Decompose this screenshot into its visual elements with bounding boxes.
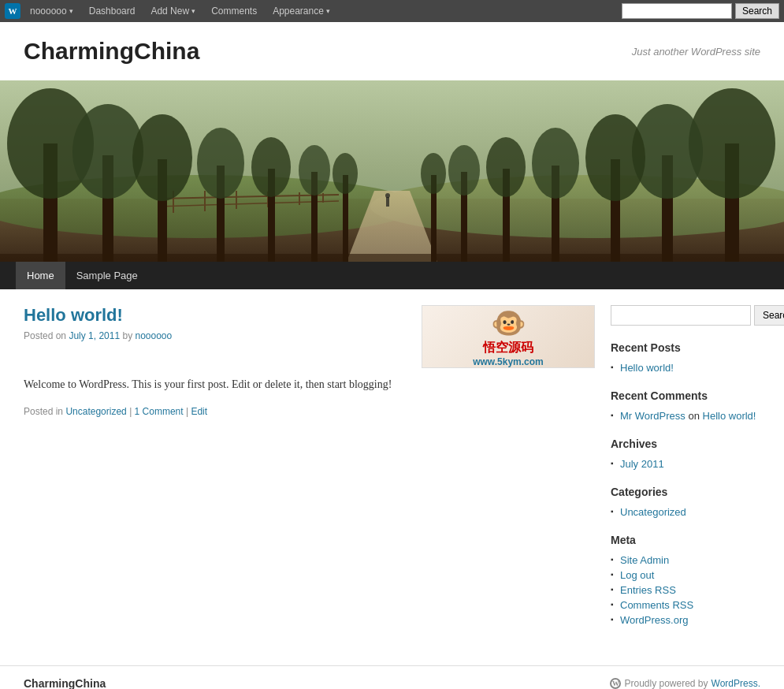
posts-area: Hello world! Posted on July 1, 2011 by n… (24, 305, 611, 642)
recent-comments-list: Mr WordPress on Hello world! (611, 408, 768, 423)
recent-post-link-0[interactable]: Hello world! (620, 362, 674, 374)
meta-link-4[interactable]: WordPress.org (620, 614, 688, 626)
sidebar: Search Recent Posts Hello world! Recent … (611, 305, 768, 642)
sidebar-recent-comments: Recent Comments Mr WordPress on Hello wo… (611, 389, 768, 423)
appearance-arrow: ▾ (326, 7, 330, 15)
category-link-0[interactable]: Uncategorized (620, 506, 686, 518)
post-text-area: Hello world! Posted on July 1, 2011 by n… (24, 305, 406, 368)
post-date-link[interactable]: July 1, 2011 (69, 330, 120, 341)
post-article: Hello world! Posted on July 1, 2011 by n… (24, 305, 595, 417)
post-header-area: Hello world! Posted on July 1, 2011 by n… (24, 305, 595, 368)
post-title: Hello world! (24, 305, 406, 326)
post-comments-link[interactable]: 1 Comment (135, 406, 184, 417)
sidebar-categories: Categories Uncategorized (611, 486, 768, 520)
list-item: Entries RSS (611, 583, 768, 598)
svg-point-42 (385, 193, 390, 198)
meta-link-3[interactable]: Comments RSS (620, 599, 693, 611)
meta-link-2[interactable]: Entries RSS (620, 584, 676, 596)
nav-sample-page[interactable]: Sample Page (65, 262, 149, 289)
nav-home[interactable]: Home (16, 262, 65, 289)
footer-wordpress-link[interactable]: WordPress. (712, 678, 760, 689)
post-edit-link[interactable]: Edit (191, 406, 207, 417)
admin-bar-add-new[interactable]: Add New ▾ (144, 2, 202, 20)
main-content: Hello world! Posted on July 1, 2011 by n… (0, 289, 784, 665)
svg-point-22 (251, 137, 291, 197)
categories-list: Uncategorized (611, 505, 768, 520)
admin-bar-appearance[interactable]: Appearance ▾ (266, 2, 336, 20)
wp-footer-icon: W (610, 678, 621, 689)
watermark-url: www.5kym.com (473, 356, 544, 367)
archive-link-0[interactable]: July 2011 (620, 458, 664, 470)
site-menu-arrow: ▾ (69, 7, 73, 15)
list-item: Comments RSS (611, 598, 768, 613)
list-item: Hello world! (611, 360, 768, 375)
archives-list: July 2011 (611, 456, 768, 471)
admin-search-input[interactable] (622, 3, 732, 19)
site-footer: CharmingChina W Proudly powered by WordP… (0, 665, 784, 689)
sidebar-search-form: Search (611, 305, 768, 326)
watermark-box: 🐵 悟空源码 www.5kym.com (422, 305, 595, 368)
recent-comments-title: Recent Comments (611, 389, 768, 402)
admin-bar-site-menu[interactable]: noooooo ▾ (24, 2, 80, 20)
admin-bar: W noooooo ▾ Dashboard Add New ▾ Comments… (0, 0, 784, 22)
meta-list: Site Admin Log out Entries RSS Comments … (611, 553, 768, 628)
post-footer: Posted in Uncategorized | 1 Comment | Ed… (24, 406, 595, 417)
admin-search-button[interactable]: Search (735, 3, 779, 19)
svg-point-20 (197, 128, 244, 199)
site-wrapper: CharmingChina Just another WordPress sit… (0, 22, 784, 689)
wp-logo: W (5, 3, 20, 19)
hero-image (0, 80, 784, 262)
post-category-link[interactable]: Uncategorized (65, 406, 126, 417)
post-author-link[interactable]: noooooo (135, 330, 172, 341)
footer-powered: W Proudly powered by WordPress. (610, 678, 760, 689)
footer-title: CharmingChina (24, 677, 106, 689)
meta-link-0[interactable]: Site Admin (620, 554, 669, 566)
post-content: Welcome to WordPress. This is your first… (24, 376, 595, 393)
sidebar-meta: Meta Site Admin Log out Entries RSS Comm… (611, 534, 768, 628)
sidebar-search-input[interactable] (611, 305, 751, 326)
site-tagline: Just another WordPress site (632, 46, 760, 58)
recent-posts-title: Recent Posts (611, 341, 768, 354)
admin-bar-dashboard[interactable]: Dashboard (83, 2, 142, 20)
list-item: Mr WordPress on Hello world! (611, 408, 768, 423)
svg-rect-41 (386, 197, 389, 207)
svg-point-36 (486, 137, 526, 197)
archives-title: Archives (611, 438, 768, 450)
meta-title: Meta (611, 534, 768, 546)
admin-search-form: Search (622, 3, 779, 19)
svg-point-40 (421, 153, 446, 194)
meta-link-1[interactable]: Log out (620, 569, 654, 581)
sidebar-recent-posts: Recent Posts Hello world! (611, 341, 768, 375)
site-header: CharmingChina Just another WordPress sit… (0, 22, 784, 80)
comment-post-link[interactable]: Hello world! (703, 410, 756, 422)
list-item: WordPress.org (611, 613, 768, 628)
list-item: Uncategorized (611, 505, 768, 520)
list-item: Log out (611, 568, 768, 583)
categories-title: Categories (611, 486, 768, 498)
svg-point-26 (333, 153, 358, 194)
post-meta: Posted on July 1, 2011 by noooooo (24, 330, 406, 341)
svg-point-18 (132, 114, 192, 201)
post-title-link[interactable]: Hello world! (24, 305, 123, 325)
watermark-text: 悟空源码 (473, 340, 544, 356)
svg-point-34 (532, 128, 579, 199)
site-title: CharmingChina (24, 38, 199, 65)
sidebar-archives: Archives July 2011 (611, 438, 768, 471)
admin-bar-comments[interactable]: Comments (205, 2, 263, 20)
sidebar-search-button[interactable]: Search (754, 305, 784, 326)
svg-rect-43 (0, 254, 784, 262)
svg-point-24 (299, 145, 330, 196)
site-nav: Home Sample Page (0, 262, 784, 289)
list-item: July 2011 (611, 456, 768, 471)
list-item: Site Admin (611, 553, 768, 568)
svg-point-32 (585, 114, 645, 201)
watermark-icon: 🐵 (473, 307, 544, 340)
recent-posts-list: Hello world! (611, 360, 768, 375)
comment-author-link[interactable]: Mr WordPress (620, 410, 686, 422)
hero-svg (0, 80, 784, 262)
add-new-arrow: ▾ (191, 7, 195, 15)
svg-point-38 (448, 145, 480, 196)
